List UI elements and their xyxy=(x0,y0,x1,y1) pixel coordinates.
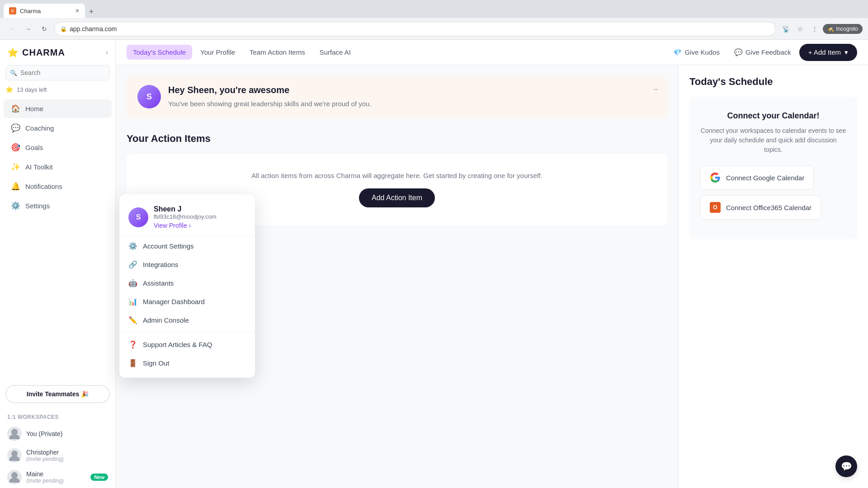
dropdown-user-name: Sheen J xyxy=(154,205,217,213)
dropdown-item-label: Integrations xyxy=(143,261,178,268)
view-profile-label: View Profile xyxy=(154,222,187,229)
dropdown-item-label: Assistants xyxy=(143,279,174,287)
account-settings-icon: ⚙️ xyxy=(128,242,137,250)
dropdown-item-integrations[interactable]: 🔗 Integrations xyxy=(119,255,255,274)
dropdown-item-support[interactable]: ❓ Support Articles & FAQ xyxy=(119,335,255,354)
dropdown-avatar: S xyxy=(128,207,148,227)
profile-dropdown: S Sheen J fbl93c18@moodjoy.com View Prof… xyxy=(119,194,255,378)
dropdown-item-label: Support Articles & FAQ xyxy=(143,341,212,348)
dropdown-user-info: Sheen J fbl93c18@moodjoy.com View Profil… xyxy=(154,205,217,229)
dropdown-item-label: Sign Out xyxy=(143,359,169,367)
dropdown-item-label: Account Settings xyxy=(143,242,194,250)
admin-console-icon: ✏️ xyxy=(128,316,137,324)
dropdown-item-manager-dashboard[interactable]: 📊 Manager Dashboard xyxy=(119,292,255,311)
view-profile-link[interactable]: View Profile › xyxy=(154,222,217,229)
dropdown-user-email: fbl93c18@moodjoy.com xyxy=(154,213,217,220)
integrations-icon: 🔗 xyxy=(128,260,137,269)
support-icon: ❓ xyxy=(128,340,137,349)
dropdown-item-label: Manager Dashboard xyxy=(143,298,205,305)
sign-out-icon: 🚪 xyxy=(128,359,137,367)
dropdown-user-section: S Sheen J fbl93c18@moodjoy.com View Prof… xyxy=(119,200,255,237)
dropdown-item-admin-console[interactable]: ✏️ Admin Console xyxy=(119,311,255,329)
dropdown-divider xyxy=(119,332,255,333)
dropdown-item-label: Admin Console xyxy=(143,316,189,324)
manager-dashboard-icon: 📊 xyxy=(128,297,137,306)
dropdown-item-sign-out[interactable]: 🚪 Sign Out xyxy=(119,354,255,372)
assistants-icon: 🤖 xyxy=(128,279,137,287)
dropdown-item-assistants[interactable]: 🤖 Assistants xyxy=(119,274,255,292)
chevron-right-icon: › xyxy=(189,222,191,229)
dropdown-item-account-settings[interactable]: ⚙️ Account Settings xyxy=(119,237,255,255)
